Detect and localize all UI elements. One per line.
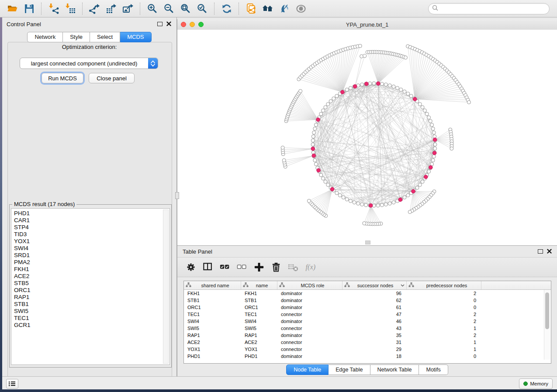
mcds-list-scrollbar[interactable] <box>163 210 169 364</box>
tab-network-table[interactable]: Network Table <box>370 364 419 375</box>
table-row[interactable]: STB1STB1dominator620 <box>184 297 551 304</box>
sort-arrow-icon <box>401 284 405 287</box>
import-table-icon[interactable] <box>64 2 77 15</box>
table-cell: ACE2 <box>241 340 277 345</box>
mcds-result-item[interactable]: STB5 <box>14 280 170 287</box>
table-cell: STB1 <box>241 298 277 303</box>
table-row[interactable]: SWI5SWI5connector431 <box>184 325 551 332</box>
table-row[interactable]: YOX1YOX1connector291 <box>184 346 551 353</box>
tab-select[interactable]: Select <box>90 32 120 42</box>
import-network-icon[interactable] <box>47 2 60 15</box>
clone-network-icon[interactable] <box>245 2 258 15</box>
network-window-titlebar[interactable]: YPA_prune.txt_1 <box>177 19 557 30</box>
tab-motifs[interactable]: Motifs <box>419 364 448 375</box>
select-stepper-icon <box>148 58 158 69</box>
mcds-result-group: MCDS result (17 nodes) PHD1CAR1STP4TID3Y… <box>9 204 172 368</box>
zoom-out-icon[interactable] <box>163 2 176 15</box>
close-panel-icon[interactable] <box>547 249 552 254</box>
memory-label: Memory <box>530 381 548 386</box>
zoom-fit-icon[interactable] <box>179 2 192 15</box>
home-icon[interactable] <box>261 2 274 15</box>
column-header-shared-name[interactable]: shared name <box>184 281 241 289</box>
close-panel-button[interactable]: Close panel <box>89 73 135 83</box>
mcds-result-item[interactable]: SWI5 <box>14 308 170 315</box>
float-panel-icon[interactable] <box>538 249 543 254</box>
open-icon[interactable] <box>6 2 19 15</box>
table-cell: SWI5 <box>184 326 241 331</box>
tab-node-table[interactable]: Node Table <box>286 364 329 375</box>
zoom-in-icon[interactable] <box>146 2 159 15</box>
mcds-result-item[interactable]: FKH1 <box>14 266 170 273</box>
tab-mcds[interactable]: MCDS <box>120 32 151 42</box>
table-scrollbar[interactable] <box>544 290 550 360</box>
export-image-icon[interactable] <box>121 2 135 15</box>
network-hscroll-thumb[interactable] <box>365 241 370 244</box>
mcds-result-item[interactable]: TEC1 <box>14 315 170 322</box>
column-attr-icon <box>408 282 414 289</box>
task-history-button[interactable] <box>6 379 18 389</box>
table-row[interactable]: TEC1TEC1connector472 <box>184 311 551 318</box>
birdseye-icon[interactable] <box>294 2 308 15</box>
mcds-result-item[interactable]: RAP1 <box>14 294 170 301</box>
mcds-result-item[interactable]: YOX1 <box>14 238 170 245</box>
table-cell: 47 <box>343 312 407 317</box>
table-cell: RAP1 <box>241 333 277 338</box>
table-settings-icon[interactable] <box>185 261 197 273</box>
table-row[interactable]: ORC1ORC1dominator610 <box>184 304 551 311</box>
table-row[interactable]: ACE2ACE2connector311 <box>184 339 551 346</box>
export-table-icon[interactable] <box>105 2 118 15</box>
mcds-result-item[interactable]: SRD1 <box>14 252 170 259</box>
float-panel-icon[interactable] <box>157 22 163 26</box>
mcds-result-item[interactable]: SWI4 <box>14 245 170 252</box>
table-cell: connector <box>277 326 343 331</box>
splitter-grip[interactable] <box>175 192 179 199</box>
optimization-select[interactable]: largest connected component (undirected) <box>20 58 158 69</box>
column-header-MCDS-role[interactable]: MCDS role <box>277 281 343 289</box>
mcds-result-item[interactable]: STP4 <box>14 224 170 231</box>
network-edges <box>283 46 469 224</box>
mcds-result-item[interactable]: STB1 <box>14 301 170 308</box>
column-header-successor-nodes[interactable]: successor nodes <box>343 281 407 289</box>
mcds-result-item[interactable]: TID3 <box>14 231 170 238</box>
select-all-icon[interactable] <box>219 261 231 273</box>
mcds-result-item[interactable]: ACE2 <box>14 273 170 280</box>
table-row[interactable]: SWI4SWI4dominator462 <box>184 318 551 325</box>
tab-network[interactable]: Network <box>27 32 63 42</box>
mcds-result-item[interactable]: PMA2 <box>14 259 170 266</box>
mcds-result-item[interactable]: CAR1 <box>14 217 170 224</box>
run-mcds-button[interactable]: Run MCDS <box>42 73 83 83</box>
table-row[interactable]: FKH1FKH1dominator962 <box>184 290 551 297</box>
table-cell: 35 <box>343 333 407 338</box>
zoom-selected-icon[interactable] <box>196 2 209 15</box>
table-row[interactable]: PHD1PHD1dominator180 <box>184 353 551 360</box>
network-graph[interactable] <box>177 30 557 244</box>
add-icon[interactable] <box>253 261 265 273</box>
split-view-icon[interactable] <box>202 261 214 273</box>
mcds-result-item[interactable]: PHD1 <box>14 210 170 217</box>
search-box[interactable] <box>428 3 550 14</box>
close-panel-icon[interactable] <box>166 21 171 26</box>
save-icon[interactable] <box>23 2 36 15</box>
table-cell: TEC1 <box>241 312 277 317</box>
tab-style[interactable]: Style <box>63 32 90 42</box>
table-cell: STB1 <box>184 298 241 303</box>
table-cell: 1 <box>407 340 481 345</box>
tab-edge-table[interactable]: Edge Table <box>329 364 370 375</box>
mcds-result-item[interactable]: GCR1 <box>14 322 170 329</box>
control-panel: Control Panel NetworkStyleSelectMCDS Opt… <box>2 17 177 376</box>
mcds-result-item[interactable]: ORC1 <box>14 287 170 294</box>
table-row[interactable]: RAP1RAP1dominator352 <box>184 332 551 339</box>
column-header-name[interactable]: name <box>241 281 277 289</box>
export-network-icon[interactable] <box>88 2 101 15</box>
mcds-result-list[interactable]: PHD1CAR1STP4TID3YOX1SWI4SRD1PMA2FKH1ACE2… <box>11 208 170 365</box>
refresh-icon[interactable] <box>220 2 233 15</box>
hide-graphics-icon[interactable] <box>278 2 291 15</box>
column-header-predecessor-nodes[interactable]: predecessor nodes <box>407 281 481 289</box>
search-input[interactable] <box>440 4 549 14</box>
delete-icon[interactable] <box>270 261 282 273</box>
deselect-all-icon[interactable] <box>236 261 248 273</box>
table-scrollbar-thumb[interactable] <box>545 292 549 329</box>
table-cell: YOX1 <box>184 347 241 352</box>
memory-button[interactable]: Memory <box>519 378 553 389</box>
node-table[interactable]: shared namenameMCDS rolesuccessor nodesp… <box>183 281 551 364</box>
